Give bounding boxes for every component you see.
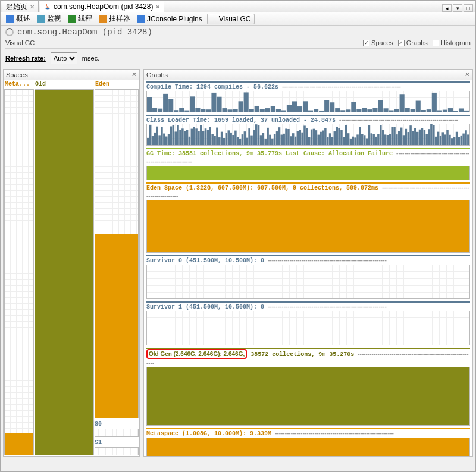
svg-rect-14 [222, 108, 227, 112]
graphs-title: Graphs [146, 71, 168, 78]
chk-graphs[interactable]: ✓Graphs [398, 39, 428, 46]
spaces-title: Spaces [6, 71, 28, 78]
svg-rect-94 [226, 133, 228, 145]
graph-title-s0: Survivor 0 (451.500M, 10.500M): 0 ------… [146, 256, 470, 265]
win-left-icon[interactable]: ◂ [442, 4, 452, 12]
svg-rect-53 [432, 93, 437, 112]
graph-title-metaspace: Metaspace (1.008G, 10.000M): 9.339M ----… [146, 429, 470, 438]
svg-rect-191 [449, 135, 451, 145]
close-icon[interactable]: ✕ [465, 71, 470, 78]
svg-rect-11 [206, 109, 211, 112]
heading-row: com.song.HeapOom (pid 3428) [1, 26, 475, 39]
col-old-bar [35, 89, 94, 455]
svg-rect-34 [330, 102, 334, 112]
tab-app[interactable]: com.song.HeapOom (pid 3428) ✕ [40, 1, 164, 12]
svg-rect-25 [281, 110, 286, 112]
svg-rect-106 [253, 130, 255, 145]
svg-rect-68 [165, 137, 168, 145]
svg-rect-62 [152, 136, 154, 145]
svg-rect-165 [389, 134, 392, 145]
graph-title-compile: Compile Time: 1294 compiles - 56.622s --… [146, 83, 470, 91]
svg-rect-107 [255, 124, 258, 145]
tab-monitor[interactable]: 监视 [35, 12, 65, 25]
svg-rect-189 [444, 134, 446, 145]
svg-rect-52 [427, 109, 431, 112]
svg-rect-160 [377, 134, 380, 145]
svg-rect-183 [430, 124, 433, 145]
svg-rect-115 [274, 134, 276, 145]
subheading-row: Visual GC ✓Spaces ✓Graphs Histogram [1, 39, 475, 48]
svg-rect-184 [433, 125, 435, 145]
tab-sampler[interactable]: 抽样器 [97, 12, 134, 25]
svg-rect-67 [163, 134, 165, 145]
svg-rect-66 [161, 127, 163, 145]
chk-histogram[interactable]: Histogram [433, 39, 471, 46]
svg-rect-16 [233, 109, 238, 112]
graph-canvas-loader [146, 124, 470, 146]
graph-canvas-s1 [146, 311, 470, 345]
svg-rect-179 [421, 128, 424, 145]
svg-rect-19 [249, 109, 254, 112]
tab-start-page[interactable]: 起始页 ✕ [2, 1, 39, 12]
graph-canvas-metaspace [146, 438, 470, 456]
svg-rect-27 [292, 101, 297, 112]
svg-rect-87 [209, 127, 211, 145]
svg-rect-198 [465, 130, 467, 145]
svg-rect-74 [179, 130, 181, 145]
refresh-select[interactable]: Auto [51, 52, 77, 64]
svg-rect-24 [276, 109, 281, 112]
tab-jconsole[interactable]: JConsole Plugins [135, 14, 206, 24]
svg-rect-130 [308, 137, 311, 145]
close-icon[interactable]: ✕ [155, 4, 160, 10]
svg-rect-7 [184, 111, 189, 112]
col-meta-bar [4, 89, 34, 455]
chk-spaces[interactable]: ✓Spaces [363, 39, 393, 46]
svg-rect-81 [195, 128, 198, 145]
monitor-icon [37, 15, 45, 23]
svg-rect-60 [147, 138, 149, 145]
svg-rect-117 [278, 127, 281, 145]
svg-rect-70 [170, 127, 173, 146]
graph-canvas-compile [146, 91, 470, 112]
svg-rect-138 [327, 137, 329, 145]
svg-rect-126 [299, 130, 302, 145]
svg-rect-168 [396, 134, 398, 145]
svg-rect-69 [168, 134, 170, 145]
tab-overview[interactable]: 概述 [4, 12, 34, 25]
win-min-icon[interactable]: ▾ [453, 4, 462, 12]
page-title: com.song.HeapOom (pid 3428) [17, 27, 152, 37]
svg-rect-5 [174, 110, 178, 112]
chk-histogram-label: Histogram [441, 39, 471, 46]
svg-rect-4 [168, 99, 173, 112]
svg-rect-6 [179, 108, 184, 112]
graph-title-s1: Survivor 1 (451.500M, 10.500M): 0 ------… [146, 303, 470, 311]
svg-rect-8 [190, 96, 195, 112]
tab-threads[interactable]: 线程 [66, 12, 96, 25]
svg-rect-38 [351, 102, 356, 112]
window-controls: ◂ ▾ □ [442, 4, 473, 12]
svg-rect-137 [324, 128, 327, 145]
svg-rect-109 [260, 135, 262, 145]
svg-rect-144 [340, 130, 343, 145]
tab-visualgc[interactable]: Visual GC [207, 14, 255, 24]
svg-rect-50 [416, 101, 421, 112]
col-s1-bar [95, 447, 139, 455]
svg-rect-97 [232, 135, 234, 145]
close-icon[interactable]: ✕ [30, 4, 35, 10]
svg-rect-80 [193, 127, 195, 145]
svg-rect-22 [265, 108, 270, 112]
svg-rect-108 [258, 125, 260, 145]
svg-rect-61 [149, 125, 152, 145]
win-max-icon[interactable]: □ [464, 4, 473, 12]
svg-rect-86 [207, 130, 209, 145]
svg-rect-175 [412, 131, 414, 145]
svg-rect-186 [437, 132, 440, 145]
svg-rect-102 [244, 131, 246, 145]
svg-rect-3 [163, 94, 168, 112]
svg-rect-36 [340, 110, 345, 112]
svg-rect-95 [228, 130, 230, 145]
svg-rect-58 [459, 108, 464, 112]
col-eden-bar [95, 89, 139, 418]
close-icon[interactable]: ✕ [131, 71, 137, 78]
subheading-label: Visual GC [5, 39, 35, 46]
